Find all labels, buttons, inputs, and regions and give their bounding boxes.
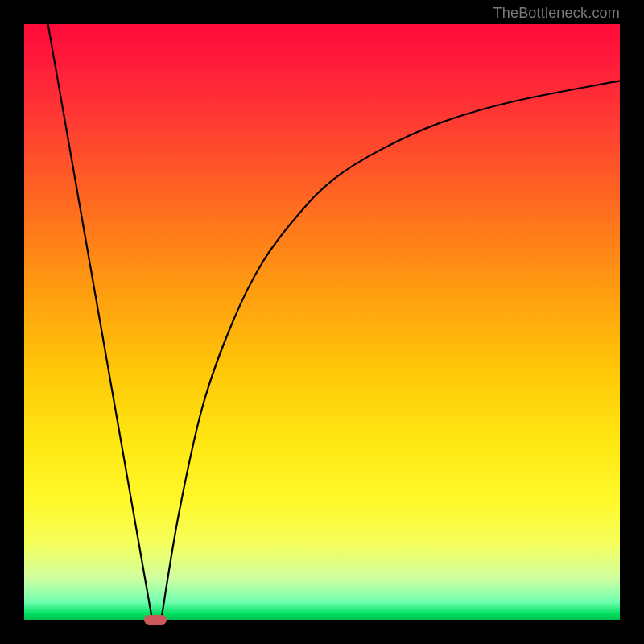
curve-layer [24,24,620,620]
curve-right-curve [161,80,620,620]
chart-frame: TheBottleneck.com [24,24,620,620]
plot-area [24,24,620,620]
optimum-marker [144,615,167,625]
watermark-text: TheBottleneck.com [493,5,620,22]
curve-left-line [48,24,153,620]
